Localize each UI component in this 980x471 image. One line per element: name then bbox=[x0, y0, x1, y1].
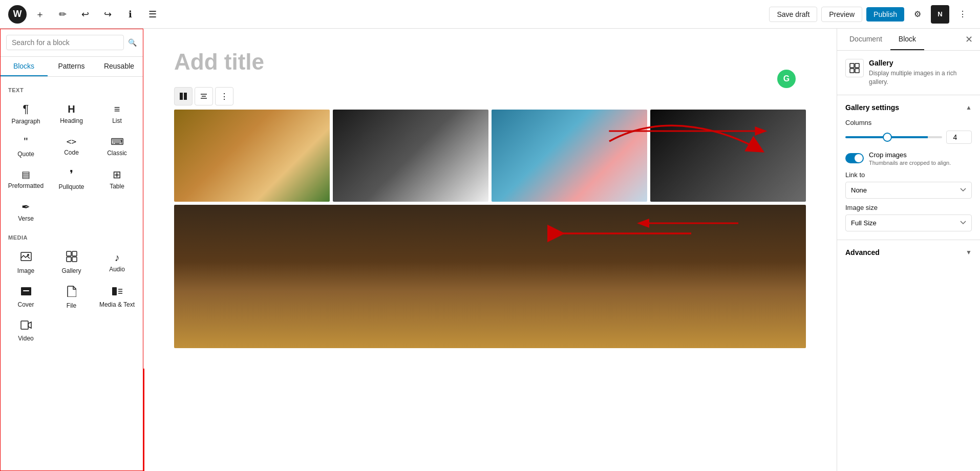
undo-button[interactable]: ↩ bbox=[76, 5, 94, 24]
pullquote-icon: ❜ bbox=[70, 169, 73, 180]
save-draft-button[interactable]: Save draft bbox=[769, 7, 817, 22]
block-classic-label: Classic bbox=[107, 149, 127, 157]
block-classic[interactable]: ⌨ Classic bbox=[95, 131, 139, 162]
block-description: Display multiple images in a rich galler… bbox=[869, 69, 972, 87]
block-name: Gallery bbox=[869, 59, 972, 67]
block-verse-label: Verse bbox=[18, 215, 34, 222]
svg-rect-22 bbox=[855, 69, 859, 73]
tab-reusable[interactable]: Reusable bbox=[95, 57, 143, 76]
blocks-content: TEXT ¶ Paragraph H Heading ≡ List " Quot… bbox=[0, 77, 143, 471]
crop-images-row: Crop images Thumbnails are cropped to al… bbox=[845, 151, 972, 166]
edit-button[interactable]: ✏ bbox=[53, 5, 72, 24]
gallery-icon bbox=[66, 251, 77, 264]
search-input[interactable] bbox=[6, 35, 124, 50]
gallery-image-5 bbox=[174, 205, 806, 348]
block-file[interactable]: File bbox=[50, 281, 93, 313]
block-image[interactable]: Image bbox=[4, 246, 48, 279]
block-heading[interactable]: H Heading bbox=[50, 98, 93, 129]
gallery-settings-header[interactable]: Gallery settings ▲ bbox=[845, 103, 972, 112]
block-image-label: Image bbox=[17, 267, 34, 274]
image-size-select[interactable]: Thumbnail Medium Large Full Size bbox=[845, 215, 972, 231]
block-list-label: List bbox=[112, 117, 122, 124]
tab-patterns[interactable]: Patterns bbox=[48, 57, 95, 76]
block-table[interactable]: ⊞ Table bbox=[95, 164, 139, 195]
settings-icon-button[interactable]: ⚙ bbox=[908, 5, 927, 24]
media-text-icon bbox=[112, 287, 123, 298]
image-size-container: Image size Thumbnail Medium Large Full S… bbox=[845, 204, 972, 231]
svg-rect-12 bbox=[21, 321, 28, 329]
crop-images-toggle[interactable] bbox=[845, 153, 864, 163]
info-button[interactable]: ℹ bbox=[121, 5, 139, 24]
user-icon-button[interactable]: N bbox=[931, 5, 949, 24]
preview-button[interactable]: Preview bbox=[821, 7, 862, 22]
gallery-image-2 bbox=[333, 110, 488, 202]
gallery-grid-top bbox=[174, 110, 806, 202]
list-view-button[interactable]: ☰ bbox=[143, 5, 162, 24]
block-video-label: Video bbox=[18, 335, 33, 342]
block-code[interactable]: <> Code bbox=[50, 131, 93, 162]
right-sidebar-tabs: Document Block ✕ bbox=[837, 29, 980, 51]
block-paragraph[interactable]: ¶ Paragraph bbox=[4, 98, 48, 129]
crop-images-sublabel: Thumbnails are cropped to align. bbox=[869, 160, 951, 166]
gallery-image-4 bbox=[650, 110, 806, 202]
media-block-grid: Image Gallery ♪ Audio Cover bbox=[0, 244, 143, 348]
post-title[interactable]: Add title bbox=[174, 49, 806, 75]
audio-icon: ♪ bbox=[115, 252, 120, 263]
gallery-settings-title: Gallery settings bbox=[845, 103, 899, 112]
link-to-select[interactable]: None Media File Attachment Page bbox=[845, 182, 972, 199]
block-list[interactable]: ≡ List bbox=[95, 98, 139, 129]
redo-button[interactable]: ↪ bbox=[98, 5, 117, 24]
block-info: Gallery Display multiple images in a ric… bbox=[837, 51, 980, 95]
columns-slider-container: 4 bbox=[845, 131, 972, 144]
crop-images-text: Crop images Thumbnails are cropped to al… bbox=[869, 151, 951, 166]
tab-blocks[interactable]: Blocks bbox=[0, 57, 48, 76]
svg-rect-8 bbox=[112, 287, 117, 295]
tab-block[interactable]: Block bbox=[890, 29, 924, 50]
svg-rect-5 bbox=[72, 257, 77, 262]
toolbar: W ＋ ✏ ↩ ↪ ℹ ☰ Save draft Preview Publish… bbox=[0, 0, 980, 29]
block-pullquote[interactable]: ❜ Pullquote bbox=[50, 164, 93, 195]
cover-icon bbox=[20, 287, 32, 298]
gallery-more-options[interactable]: ⋮ bbox=[215, 87, 233, 105]
block-quote[interactable]: " Quote bbox=[4, 131, 48, 162]
file-icon bbox=[67, 286, 76, 299]
gallery-image-3 bbox=[492, 110, 647, 202]
add-block-button[interactable]: ＋ bbox=[31, 5, 49, 24]
block-gallery[interactable]: Gallery bbox=[50, 246, 93, 279]
search-box: 🔍 bbox=[0, 29, 143, 57]
close-sidebar-button[interactable]: ✕ bbox=[962, 32, 976, 47]
image-icon bbox=[20, 251, 32, 264]
preformatted-icon: ▤ bbox=[22, 170, 30, 179]
block-audio[interactable]: ♪ Audio bbox=[95, 246, 139, 279]
link-to-container: Link to None Media File Attachment Page bbox=[845, 171, 972, 199]
publish-button[interactable]: Publish bbox=[866, 7, 904, 22]
block-media-text[interactable]: Media & Text bbox=[95, 281, 139, 313]
gallery-align-image[interactable] bbox=[174, 87, 193, 105]
block-preformatted[interactable]: ▤ Preformatted bbox=[4, 164, 48, 195]
gallery-align-center[interactable] bbox=[195, 87, 213, 105]
svg-rect-7 bbox=[23, 290, 29, 291]
columns-row: Columns 4 bbox=[845, 119, 972, 144]
gallery-image-1 bbox=[174, 110, 330, 202]
svg-rect-14 bbox=[184, 93, 187, 100]
block-video[interactable]: Video bbox=[4, 315, 48, 346]
block-table-label: Table bbox=[110, 183, 124, 190]
verse-icon: ✒ bbox=[22, 202, 30, 212]
columns-slider[interactable] bbox=[845, 136, 942, 138]
block-paragraph-label: Paragraph bbox=[11, 118, 40, 125]
advanced-header[interactable]: Advanced ▼ bbox=[845, 248, 972, 256]
tab-document[interactable]: Document bbox=[841, 29, 890, 50]
columns-input[interactable]: 4 bbox=[946, 131, 972, 144]
block-info-text: Gallery Display multiple images in a ric… bbox=[869, 59, 972, 87]
block-verse[interactable]: ✒ Verse bbox=[4, 197, 48, 226]
editor-wrapper: Add title ⋮ bbox=[143, 29, 837, 471]
block-cover[interactable]: Cover bbox=[4, 281, 48, 313]
more-options-button[interactable]: ⋮ bbox=[953, 5, 972, 24]
sidebar-left: 🔍 Blocks Patterns Reusable TEXT ¶ Paragr… bbox=[0, 29, 143, 471]
category-text-label: TEXT bbox=[0, 81, 143, 96]
block-code-label: Code bbox=[64, 149, 79, 156]
columns-label: Columns bbox=[845, 119, 972, 126]
search-icon: 🔍 bbox=[128, 38, 137, 47]
wp-logo: W bbox=[8, 5, 27, 24]
toggle-knob bbox=[855, 154, 863, 162]
